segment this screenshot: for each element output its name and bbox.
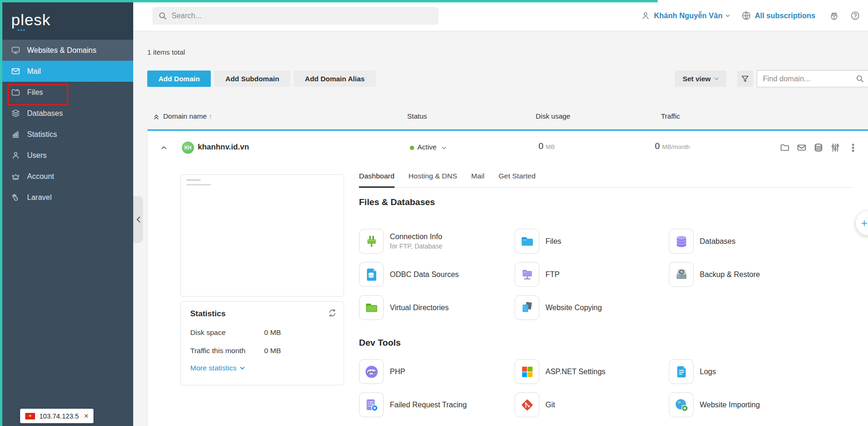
sort-asc-icon: ↑ xyxy=(208,113,212,120)
chevron-down-icon xyxy=(725,14,730,18)
disk-unit: MB xyxy=(546,143,555,150)
collapse-row-icon[interactable] xyxy=(161,145,167,151)
tab-get-started[interactable]: Get Started xyxy=(498,172,535,188)
user-menu[interactable]: Khánh Nguyễn Văn xyxy=(654,12,723,20)
stat-label: Traffic this month xyxy=(190,347,245,355)
sidebar-item-websites-domains[interactable]: Websites & Domains xyxy=(0,40,133,61)
sidebar-item-users[interactable]: Users xyxy=(0,145,133,166)
topbar: Khánh Nguyễn Văn All subscriptions xyxy=(133,0,868,31)
tile-label: Connection Info xyxy=(390,233,443,241)
search-icon xyxy=(158,12,167,20)
server-ip-badge[interactable]: ★ 103.74.123.5 × xyxy=(20,409,93,423)
tile-php[interactable]: php PHP xyxy=(359,355,515,388)
sidebar-item-account[interactable]: Account xyxy=(0,166,133,187)
domain-name-link[interactable]: khanhnv.id.vn xyxy=(198,142,249,151)
column-disk-usage[interactable]: Disk usage xyxy=(536,112,570,120)
add-domain-button[interactable]: Add Domain xyxy=(147,71,211,87)
all-subscriptions-link[interactable]: All subscriptions xyxy=(755,12,816,20)
preview-text-line xyxy=(187,184,211,185)
gift-icon[interactable] xyxy=(829,11,839,21)
mail-icon[interactable] xyxy=(796,142,807,153)
tile-label: Website Copying xyxy=(545,304,602,312)
dev-tools-grid: php PHP ASP.NET Settings Logs Failed Req… xyxy=(359,355,760,421)
tile-files[interactable]: Files xyxy=(515,225,669,258)
plesk-logo[interactable]: plesk xyxy=(11,11,50,29)
sidebar-item-label: Websites & Domains xyxy=(27,46,96,55)
sidebar-item-label: Laravel xyxy=(27,193,51,202)
column-status[interactable]: Status xyxy=(407,112,427,120)
global-search[interactable] xyxy=(152,7,438,25)
tile-label: Databases xyxy=(700,237,736,246)
sidebar-item-label: Users xyxy=(27,151,47,160)
tile-aspnet-settings[interactable]: ASP.NET Settings xyxy=(515,355,669,388)
filter-button[interactable] xyxy=(737,71,753,87)
person-icon xyxy=(641,11,650,21)
row-quick-actions xyxy=(780,142,840,153)
globe-icon xyxy=(741,11,751,21)
sidebar-item-databases[interactable]: Databases xyxy=(0,103,133,124)
tile-ftp[interactable]: FTP xyxy=(515,258,669,291)
sidebar-collapse-handle[interactable] xyxy=(133,196,143,243)
tile-website-importing[interactable]: Website Importing xyxy=(669,388,760,421)
stat-value: 0 MB xyxy=(264,347,281,355)
tile-git[interactable]: Git xyxy=(515,388,669,421)
site-preview-thumbnail[interactable] xyxy=(180,174,344,297)
tab-hosting-dns[interactable]: Hosting & DNS xyxy=(409,172,457,188)
logo-underline xyxy=(18,29,25,31)
svg-text:php: php xyxy=(367,369,376,374)
collapse-all-icon[interactable] xyxy=(153,113,160,120)
folder-icon xyxy=(11,88,20,97)
sidebar-item-files[interactable]: Files xyxy=(0,82,133,103)
set-view-button[interactable]: Set view xyxy=(675,71,726,87)
find-domain-input[interactable] xyxy=(763,75,852,83)
tile-label: Virtual Directories xyxy=(390,304,449,312)
add-domain-alias-button[interactable]: Add Domain Alias xyxy=(294,71,376,87)
database-icon[interactable] xyxy=(813,142,824,153)
sidebar-item-label: Files xyxy=(27,88,43,97)
find-domain-box[interactable] xyxy=(757,70,868,87)
tile-failed-request-tracing[interactable]: Failed Request Tracing xyxy=(359,388,515,421)
tile-backup-restore[interactable]: Backup & Restore xyxy=(669,258,760,291)
tile-logs[interactable]: Logs xyxy=(669,355,760,388)
copy-pages-icon xyxy=(515,295,539,320)
sidebar-item-mail[interactable]: Mail xyxy=(0,61,133,82)
status-badge[interactable]: Active xyxy=(417,143,437,151)
tile-label: Files xyxy=(545,237,561,246)
search-icon xyxy=(856,75,864,83)
sidebar-item-statistics[interactable]: Statistics xyxy=(0,124,133,145)
refresh-icon[interactable] xyxy=(328,308,337,318)
chevron-down-icon[interactable] xyxy=(442,146,446,150)
stat-row-disk: Disk space 0 MB xyxy=(190,328,334,337)
help-icon[interactable] xyxy=(850,11,860,21)
traffic-unit: MB/month xyxy=(662,143,690,150)
close-icon[interactable]: × xyxy=(84,412,88,420)
tile-label: FTP xyxy=(545,270,560,279)
disk-usage-value: 0 MB xyxy=(538,141,555,151)
add-subdomain-button[interactable]: Add Subdomain xyxy=(214,71,290,87)
column-domain-name[interactable]: Domain name↑ xyxy=(163,112,212,120)
logo-block[interactable]: plesk xyxy=(0,0,133,40)
tile-virtual-directories[interactable]: Virtual Directories xyxy=(359,291,515,324)
git-icon xyxy=(515,392,539,417)
more-statistics-link[interactable]: More statistics xyxy=(190,364,334,372)
folder-icon[interactable] xyxy=(780,142,790,153)
tab-mail[interactable]: Mail xyxy=(471,172,484,188)
column-traffic[interactable]: Traffic xyxy=(661,112,680,120)
tile-connection-info[interactable]: Connection Info for FTP, Database xyxy=(359,225,515,258)
sliders-icon[interactable] xyxy=(830,142,840,153)
tile-databases[interactable]: Databases xyxy=(669,225,760,258)
aspnet-icon xyxy=(515,359,539,384)
search-input[interactable] xyxy=(172,12,415,20)
sidebar-item-laravel[interactable]: Laravel xyxy=(0,187,133,208)
tab-dashboard[interactable]: Dashboard xyxy=(359,172,395,188)
set-view-label: Set view xyxy=(682,75,710,83)
tile-label: Backup & Restore xyxy=(700,270,760,279)
kebab-menu-icon[interactable] xyxy=(851,143,855,152)
tile-website-copying[interactable]: Website Copying xyxy=(515,291,669,324)
sidebar-item-label: Account xyxy=(27,172,54,181)
tile-odbc-data-sources[interactable]: ODBC Data Sources xyxy=(359,258,515,291)
domain-avatar: KH xyxy=(182,142,194,154)
tile-label: PHP xyxy=(390,368,405,376)
purple-database-icon xyxy=(669,229,694,254)
files-databases-grid: Connection Info for FTP, Database Files … xyxy=(359,225,760,324)
